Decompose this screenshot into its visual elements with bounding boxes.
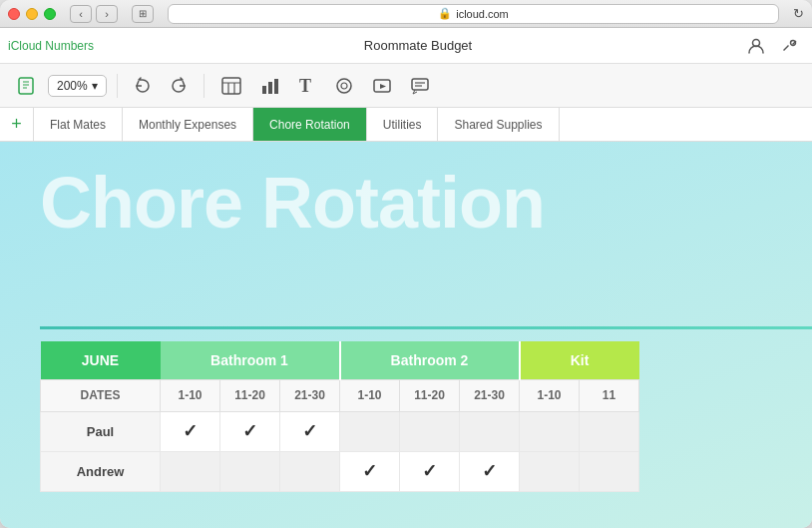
range-b1-110: 1-10 xyxy=(161,379,220,411)
user-icon-button[interactable] xyxy=(742,32,770,60)
svg-rect-6 xyxy=(222,78,240,94)
title-bar: ‹ › ⊞ 🔒 icloud.com ↻ xyxy=(0,0,812,28)
paul-b1-1120: ✓ xyxy=(220,411,280,451)
andrew-kit-110 xyxy=(520,451,580,491)
svg-rect-10 xyxy=(262,86,266,94)
andrew-b1-110 xyxy=(161,451,220,491)
undo-icon xyxy=(134,77,152,95)
tab-chore-rotation[interactable]: Chore Rotation xyxy=(253,108,367,141)
sheet-background: Chore Rotation xyxy=(0,142,812,528)
header-bathroom1: Bathroom 1 xyxy=(161,341,340,379)
document-title: Roommate Budget xyxy=(94,38,742,53)
svg-rect-12 xyxy=(274,79,278,94)
sheet-content: Chore Rotation xyxy=(0,142,812,528)
dates-label: DATES xyxy=(41,379,161,411)
range-b2-2130: 21-30 xyxy=(460,379,520,411)
chart-button[interactable] xyxy=(254,72,286,100)
sheet-title: Chore Rotation xyxy=(40,162,545,244)
svg-text:T: T xyxy=(299,76,311,96)
svg-rect-2 xyxy=(19,78,33,94)
undo-button[interactable] xyxy=(128,73,158,99)
paul-b2-1120 xyxy=(400,411,460,451)
range-kit-11: 11 xyxy=(580,379,639,411)
andrew-kit-11 xyxy=(580,451,639,491)
layout-button[interactable]: ⊞ xyxy=(132,5,154,23)
media-icon xyxy=(372,76,392,96)
url-bar[interactable]: 🔒 icloud.com xyxy=(168,4,779,24)
tab-flat-mates[interactable]: Flat Mates xyxy=(34,108,123,141)
redo-icon xyxy=(170,77,188,95)
shape-icon xyxy=(334,76,354,96)
svg-marker-17 xyxy=(380,84,386,89)
andrew-b2-2130: ✓ xyxy=(460,451,520,491)
andrew-b1-2130 xyxy=(280,451,340,491)
range-b1-2130: 21-30 xyxy=(280,379,340,411)
table-icon xyxy=(220,76,242,96)
chore-table: JUNE Bathroom 1 Bathroom 2 Kit DATES 1-1… xyxy=(40,341,639,492)
andrew-b1-1120 xyxy=(220,451,280,491)
forward-button[interactable]: › xyxy=(96,5,118,23)
paul-b1-2130: ✓ xyxy=(280,411,340,451)
title-divider xyxy=(40,326,812,329)
svg-point-15 xyxy=(341,83,347,89)
app-bar: iCloud Numbers Roommate Budget xyxy=(0,28,812,64)
svg-point-14 xyxy=(337,79,351,93)
lock-icon: 🔒 xyxy=(438,7,452,20)
andrew-b2-110: ✓ xyxy=(340,451,400,491)
header-kitchen: Kit xyxy=(520,341,639,379)
range-b2-1120: 11-20 xyxy=(400,379,460,411)
range-b2-110: 1-10 xyxy=(340,379,400,411)
paul-label: Paul xyxy=(41,411,161,451)
media-button[interactable] xyxy=(366,72,398,100)
app-window: ‹ › ⊞ 🔒 icloud.com ↻ iCloud Numbers Room… xyxy=(0,0,812,528)
header-june: JUNE xyxy=(41,341,161,379)
comment-button[interactable] xyxy=(404,72,436,100)
header-bathroom2: Bathroom 2 xyxy=(340,341,520,379)
paul-kit-110 xyxy=(520,411,580,451)
comment-icon xyxy=(410,76,430,96)
andrew-label: Andrew xyxy=(41,451,161,491)
back-button[interactable]: ‹ xyxy=(70,5,92,23)
new-sheet-button[interactable] xyxy=(10,72,42,100)
table-container: JUNE Bathroom 1 Bathroom 2 Kit DATES 1-1… xyxy=(40,341,812,528)
minimize-button[interactable] xyxy=(26,8,38,20)
paul-b2-110 xyxy=(340,411,400,451)
text-icon: T xyxy=(298,76,316,96)
reload-button[interactable]: ↻ xyxy=(793,6,804,21)
person-icon xyxy=(747,37,765,55)
tab-shared-supplies[interactable]: Shared Supplies xyxy=(438,108,559,141)
table-button[interactable] xyxy=(214,72,248,100)
range-kit-110: 1-10 xyxy=(520,379,580,411)
sheet-icon xyxy=(16,76,36,96)
app-name: iCloud Numbers xyxy=(8,39,94,53)
tabs-bar: + Flat Mates Monthly Expenses Chore Rota… xyxy=(0,108,812,142)
zoom-selector[interactable]: 200% ▾ xyxy=(48,75,107,97)
toolbar: 200% ▾ xyxy=(0,64,812,108)
zoom-value: 200% xyxy=(57,79,88,93)
url-text: icloud.com xyxy=(456,8,509,20)
toolbar-divider-2 xyxy=(203,74,204,98)
chart-icon xyxy=(260,76,280,96)
paul-kit-11 xyxy=(580,411,639,451)
maximize-button[interactable] xyxy=(44,8,56,20)
table-header-row-2: DATES 1-10 11-20 21-30 1-10 11-20 21-30 … xyxy=(41,379,639,411)
add-sheet-button[interactable]: + xyxy=(0,108,34,141)
range-b1-1120: 11-20 xyxy=(220,379,280,411)
paul-b2-2130 xyxy=(460,411,520,451)
tab-monthly-expenses[interactable]: Monthly Expenses xyxy=(123,108,253,141)
text-button[interactable]: T xyxy=(292,72,322,100)
toolbar-divider-1 xyxy=(117,74,118,98)
tab-utilities[interactable]: Utilities xyxy=(367,108,439,141)
svg-rect-11 xyxy=(268,82,272,94)
app-brand: iCloud Numbers xyxy=(8,39,94,53)
wrench-icon xyxy=(781,37,799,55)
close-button[interactable] xyxy=(8,8,20,20)
settings-button[interactable] xyxy=(776,32,804,60)
shape-button[interactable] xyxy=(328,72,360,100)
andrew-b2-1120: ✓ xyxy=(400,451,460,491)
paul-b1-110: ✓ xyxy=(161,411,220,451)
redo-button[interactable] xyxy=(164,73,194,99)
svg-rect-18 xyxy=(412,79,428,90)
table-row-andrew: Andrew ✓ ✓ ✓ xyxy=(41,451,639,491)
zoom-chevron: ▾ xyxy=(92,79,98,93)
